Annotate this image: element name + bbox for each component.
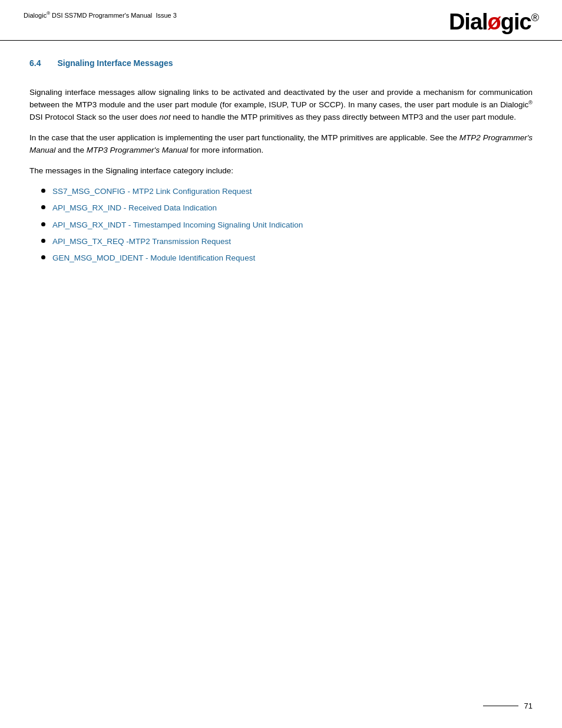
bullet-dot	[41, 239, 45, 243]
page-header: Dialogic® DSI SS7MD Programmer's Manual …	[0, 0, 562, 41]
link-gen-msg-mod-ident[interactable]: GEN_MSG_MOD_IDENT - Module Identificatio…	[52, 253, 255, 262]
p1-sup: ®	[528, 100, 533, 106]
bullet-dot	[41, 222, 45, 226]
header-registered-sup: ®	[47, 11, 50, 16]
section-title: Signaling Interface Messages	[57, 58, 173, 68]
header-title: Dialogic® DSI SS7MD Programmer's Manual …	[24, 11, 177, 19]
list-item-text: API_MSG_RX_INDT - Timestamped Incoming S…	[52, 219, 303, 231]
logo-registered: ®	[531, 12, 538, 24]
dialogic-logo: Dialøgic®	[449, 11, 538, 33]
list-item-text: API_MSG_RX_IND - Received Data Indicatio…	[52, 202, 217, 214]
link-api-msg-rx-ind[interactable]: API_MSG_RX_IND - Received Data Indicatio…	[52, 203, 217, 212]
list-item-text: SS7_MSG_CONFIG - MTP2 Link Configuration…	[52, 186, 252, 197]
p1-em: not	[160, 113, 171, 121]
link-ss7-msg-config[interactable]: SS7_MSG_CONFIG - MTP2 Link Configuration…	[52, 187, 252, 196]
paragraph-3: The messages in the Signaling interface …	[29, 165, 533, 177]
link-api-msg-rx-indt[interactable]: API_MSG_RX_INDT - Timestamped Incoming S…	[52, 220, 303, 229]
list-item: SS7_MSG_CONFIG - MTP2 Link Configuration…	[41, 186, 533, 197]
list-item: API_MSG_RX_IND - Received Data Indicatio…	[41, 202, 533, 214]
paragraph-2: In the case that the user application is…	[29, 132, 533, 157]
list-item: API_MSG_TX_REQ -MTP2 Transmission Reques…	[41, 236, 533, 248]
bullet-dot	[41, 255, 45, 259]
page-number: 71	[524, 701, 533, 710]
section-heading-row: 6.4 Signaling Interface Messages	[29, 58, 533, 77]
page-footer: 71	[483, 701, 533, 710]
link-api-msg-tx-req[interactable]: API_MSG_TX_REQ -MTP2 Transmission Reques…	[52, 237, 231, 246]
bullet-dot	[41, 205, 45, 209]
list-item-text: GEN_MSG_MOD_IDENT - Module Identificatio…	[52, 252, 255, 264]
logo-slash: ø	[488, 9, 501, 34]
main-content: 6.4 Signaling Interface Messages Signali…	[0, 41, 562, 298]
list-item-text: API_MSG_TX_REQ -MTP2 Transmission Reques…	[52, 236, 231, 248]
p3-text: The messages in the Signaling interface …	[29, 166, 233, 175]
footer-line	[483, 706, 518, 707]
page: Dialogic® DSI SS7MD Programmer's Manual …	[0, 0, 562, 728]
list-item: API_MSG_RX_INDT - Timestamped Incoming S…	[41, 219, 533, 231]
p2-em2: MTP3 Programmer's Manual	[87, 146, 188, 154]
header-title-text: Dialogic® DSI SS7MD Programmer's Manual …	[24, 12, 177, 19]
p1-text: Signaling interface messages allow signa…	[29, 88, 533, 121]
p2-text: In the case that the user application is…	[29, 133, 533, 154]
list-item: GEN_MSG_MOD_IDENT - Module Identificatio…	[41, 252, 533, 264]
bullet-list: SS7_MSG_CONFIG - MTP2 Link Configuration…	[41, 186, 533, 264]
bullet-dot	[41, 189, 45, 193]
paragraph-1: Signaling interface messages allow signa…	[29, 87, 533, 124]
section-number: 6.4	[29, 58, 41, 68]
dialogic-logo-container: Dialøgic®	[449, 11, 538, 33]
